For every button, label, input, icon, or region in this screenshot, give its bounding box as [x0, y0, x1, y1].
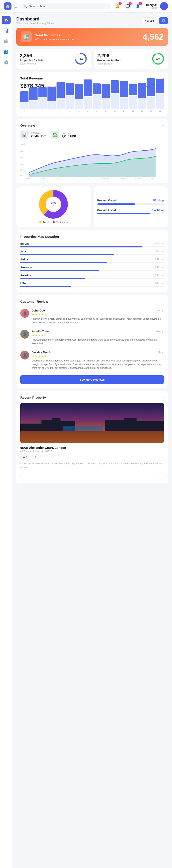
svg-text:1000k: 1000k — [20, 144, 26, 146]
map-title: Properties Map Location — [20, 235, 59, 239]
notification-icon[interactable]: 🔔 3 — [114, 2, 121, 10]
star-icon: ★ — [35, 354, 38, 358]
svg-text:April: April — [27, 178, 30, 179]
review-avatar: 👤 — [20, 351, 29, 360]
property-badge-bed: 🛏 4 — [20, 455, 29, 459]
overview-area-chart: 1000k 800k 600k 400k 200k 0k April May J… — [20, 142, 164, 179]
settings-button[interactable]: ⚙️ — [159, 18, 168, 24]
message-badge: 5 — [129, 2, 132, 5]
sidebar-item-settings[interactable]: ⚙️ — [2, 58, 10, 67]
stat-sale-pct: 71% — [78, 58, 83, 60]
pie-chart: 38% 62% — [39, 190, 68, 219]
stat-rent-pct: 90% — [156, 58, 161, 60]
sidebar-item-customers[interactable]: 👥 — [2, 47, 10, 56]
property-address: 45 Connor St, London, 44523 — [20, 450, 164, 453]
svg-text:62%: 62% — [51, 205, 55, 207]
star-empty-icon: ★ — [44, 334, 47, 337]
property-next-button[interactable]: → — [157, 472, 164, 479]
list-item: USA 683 Unit — [20, 282, 164, 287]
star-icon: ★ — [41, 354, 44, 358]
list-item: America 653 Unit — [20, 274, 164, 279]
sidebar-item-home[interactable]: 🏠 — [2, 16, 10, 25]
property-prev-button[interactable]: ← — [20, 472, 27, 479]
recent-property-card: Recent Property ··· — [16, 391, 168, 484]
review-avatar: 👤 — [20, 330, 29, 339]
star-icon: ★ — [41, 334, 44, 337]
see-more-reviews-button[interactable]: See More Reviews — [20, 375, 164, 384]
svg-text:400k: 400k — [20, 163, 25, 165]
svg-text:August: August — [85, 178, 91, 179]
sidebar-item-analytics[interactable]: 📊 — [2, 26, 10, 35]
bed-icon: 🛏 — [23, 456, 25, 458]
banner-sub: 431 more to break last month record — [35, 38, 139, 40]
banner-icon: 🏢 — [21, 31, 32, 42]
overview-menu-icon[interactable]: ··· — [160, 123, 164, 128]
stat-rent-label: Properties for Rent — [97, 59, 150, 62]
stat-sale-label: Properties for Sale — [20, 59, 72, 62]
sidebar: 🏠 📊 🏢 👥 ⚙️ — [0, 12, 13, 868]
search-bar[interactable]: 🔍 — [20, 3, 111, 9]
pie-card: 38% 62% Agent Customers — [16, 186, 91, 227]
stat-sale-target: Target 9k/month — [20, 63, 72, 65]
review-text: Friendly service Josh, Lunar and everyon… — [32, 317, 164, 324]
review-text: Dealing with Syamsudun and Bakri was a j… — [32, 359, 164, 370]
map-menu-icon[interactable]: ··· — [160, 234, 164, 239]
property-image: ~ — [20, 403, 164, 443]
user-role: Admin — [144, 7, 157, 9]
stat-card-sale: 2,356 Properties for Sale Target 9k/mont… — [16, 49, 91, 69]
review-name: Jessica Numb — [32, 351, 51, 354]
svg-text:October: October — [119, 178, 125, 179]
star-icon: ★ — [32, 313, 34, 316]
product-stats-card: Product Viewed 561/days Product Listed 3… — [94, 186, 168, 227]
svg-text:200k: 200k — [20, 169, 25, 171]
svg-text:June: June — [56, 178, 60, 179]
overview-sale-label: Total Sale — [31, 132, 46, 134]
star-icon: ★ — [38, 313, 41, 316]
logo: 🏠 — [4, 2, 11, 10]
star-icon: ★ — [41, 313, 44, 316]
svg-text:0k: 0k — [20, 174, 23, 177]
user-badge: 2 — [139, 2, 142, 5]
svg-text:38%: 38% — [51, 202, 56, 204]
user-icon[interactable]: 👤 2 — [134, 2, 142, 10]
refresh-button[interactable]: Refresh — [141, 18, 157, 24]
star-icon: ★ — [35, 313, 38, 316]
star-icon: ★ — [35, 334, 38, 337]
property-badge-bath: 🚿 2 — [31, 455, 41, 459]
menu-icon[interactable]: ☰ — [14, 4, 18, 8]
product-listed-stat: Product Listed 3,456 Unit — [97, 209, 165, 214]
location-list: Europe 883 Unit Asia 653 Unit Af — [20, 242, 164, 287]
list-item: Australia 653 Unit — [20, 266, 164, 271]
svg-text:600k: 600k — [20, 157, 25, 159]
property-name: 98AB Alexander Court, London — [20, 446, 164, 450]
product-viewed-label: Product Viewed — [97, 199, 117, 202]
product-listed-label: Product Listed — [97, 209, 116, 212]
search-input[interactable] — [29, 5, 108, 8]
review-menu-icon[interactable]: ··· — [160, 299, 164, 304]
star-icon: ★ — [32, 354, 34, 358]
svg-text:800k: 800k — [20, 150, 25, 152]
svg-rect-33 — [63, 426, 103, 431]
recent-property-title: Recent Property — [20, 396, 46, 399]
svg-rect-32 — [134, 421, 164, 431]
banner-title: Total Properties — [35, 33, 139, 37]
review-name: John Doe — [32, 309, 45, 312]
svg-point-21 — [46, 196, 61, 212]
review-item: 👤 Amelia Tuner 10h ago ★ ★ ★ ★ ★ I viewe… — [20, 327, 164, 348]
customer-review-card: Customer Review ··· 👤 John Doe 5m ago ★ … — [16, 295, 168, 388]
pie-agent-label: Agent — [43, 221, 49, 223]
recent-property-menu-icon[interactable]: ··· — [160, 395, 164, 400]
sidebar-item-properties[interactable]: 🏢 — [2, 37, 10, 45]
avatar[interactable]: 👤 — [160, 2, 168, 10]
svg-rect-30 — [105, 420, 126, 431]
svg-text:Dec...: Dec... — [151, 178, 156, 179]
review-text: I viewed a number of properties with Jus… — [32, 338, 164, 345]
pie-customer-label: Customers — [56, 221, 68, 223]
product-viewed-value: 561/days — [153, 199, 165, 202]
header: 🏠 ☰ 🔍 🔔 3 💬 5 👤 2 Henry Jr. Admin 👤 — [0, 0, 172, 12]
map-location-card: Properties Map Location ··· Europe 883 U… — [16, 230, 168, 292]
svg-rect-25 — [20, 431, 164, 443]
revenue-card: Total Revenue ··· $678,345 last month $5… — [16, 72, 168, 116]
review-time: 10h ago — [156, 330, 164, 333]
message-icon[interactable]: 💬 5 — [124, 2, 131, 10]
